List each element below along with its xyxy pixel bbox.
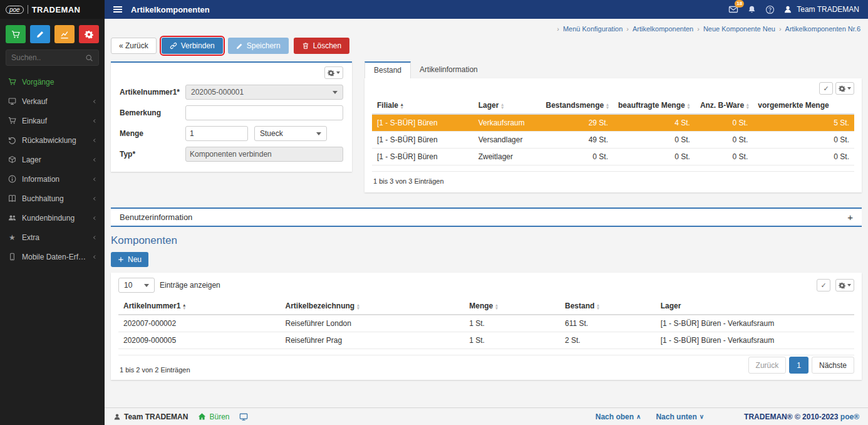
typ-label: Typ*	[120, 150, 185, 159]
mail-button[interactable]: 18	[728, 4, 738, 14]
gear-icon	[839, 85, 845, 92]
bemerkung-field[interactable]	[185, 105, 343, 120]
user-icon	[783, 5, 792, 14]
sidebar-item-verkauf[interactable]: Verkauf	[0, 92, 105, 111]
footer-user-label: Team TRADEMAN	[124, 412, 188, 421]
table-row[interactable]: 202009-000005 Reiseführer Prag 1 St. 2 S…	[118, 332, 854, 349]
sidebar-item-label: Mobile Daten-Erfassung	[22, 253, 87, 261]
pagination-next-button[interactable]: Nächste	[812, 357, 854, 374]
entries-label: Einträge anzeigen	[160, 281, 220, 290]
column-header-bestand[interactable]: Bestand▴▾	[560, 298, 656, 315]
column-header-anz-b-ware[interactable]: Anz. B-Ware▴▾	[695, 97, 753, 114]
footer-location-label: Büren	[209, 412, 229, 421]
table-row[interactable]: [1 - S-BÜR] Büren Zweitlager 0 St. 0 St.…	[372, 149, 854, 165]
chevron-left-icon	[92, 234, 97, 241]
quick-edit-button[interactable]	[30, 25, 50, 43]
back-button[interactable]: « Zurück	[111, 38, 157, 54]
chevron-down-icon	[847, 284, 851, 286]
breadcrumb-item[interactable]: Artikelkomponenten	[633, 25, 693, 33]
loeschen-button[interactable]: Löschen	[294, 38, 349, 54]
monitor-icon[interactable]	[239, 412, 248, 421]
sidebar-item-information[interactable]: Information	[0, 169, 105, 189]
table-settings-button[interactable]	[835, 279, 854, 291]
chevron-left-icon	[92, 118, 97, 124]
sidebar-item-rueckabwicklung[interactable]: Rückabwicklung	[0, 130, 105, 150]
footer-location[interactable]: Büren	[198, 412, 229, 421]
table-row[interactable]: 202007-000002 Reiseführer London 1 St. 6…	[118, 315, 854, 332]
search-input[interactable]	[6, 53, 85, 62]
chevron-down-icon	[333, 91, 338, 94]
tab-bestand[interactable]: Bestand	[364, 61, 411, 78]
notifications-button[interactable]	[747, 5, 757, 14]
breadcrumb-item[interactable]: Menü Konfiguration	[563, 25, 623, 33]
table-check-button[interactable]: ✓	[819, 82, 833, 95]
page-size-select[interactable]: 10	[118, 278, 155, 293]
quick-settings-button[interactable]	[79, 25, 99, 43]
expand-icon[interactable]: +	[847, 212, 853, 222]
chevron-up-icon: ∧	[636, 413, 641, 420]
column-header-menge[interactable]: Menge▴▾	[464, 298, 560, 315]
komponenten-card: 10 Einträge anzeigen ✓	[111, 273, 862, 380]
column-header-artikelnummer1[interactable]: Artikelnummer1▴▾	[118, 298, 281, 315]
mail-badge: 18	[735, 0, 744, 8]
sidebar-item-lager[interactable]: Lager	[0, 150, 105, 169]
breadcrumb-item-current: Artikelkomponenten Nr.6	[785, 25, 860, 33]
menge-field[interactable]	[185, 126, 248, 141]
nach-unten-link[interactable]: Nach unten∨	[656, 412, 704, 421]
speichern-button-label: Speichern	[247, 41, 281, 50]
sidebar-item-label: Einkauf	[22, 117, 87, 125]
main-area: Artikelkomponenten 18 Team TRADEMAN › Me…	[105, 0, 868, 425]
pagination-prev-button[interactable]: Zurück	[748, 357, 787, 374]
user-icon	[113, 413, 121, 421]
footer-user: Team TRADEMAN	[113, 412, 188, 421]
verbinden-button[interactable]: Verbinden	[162, 38, 223, 54]
quick-stats-button[interactable]	[54, 25, 75, 43]
topbar: Artikelkomponenten 18 Team TRADEMAN	[105, 0, 868, 19]
column-header-artikelbezeichnung[interactable]: Artikelbezeichnung▴▾	[281, 298, 465, 315]
nach-oben-link[interactable]: Nach oben∧	[596, 412, 641, 421]
einheit-select[interactable]: Stueck	[254, 126, 327, 141]
table-check-button[interactable]: ✓	[817, 279, 830, 291]
sidebar-item-mobile-daten-erfassung[interactable]: Mobile Daten-Erfassung	[0, 247, 105, 266]
search-icon[interactable]	[85, 54, 98, 62]
quick-cart-button[interactable]	[6, 25, 26, 43]
chevron-down-icon	[144, 284, 149, 287]
column-header-lager[interactable]: Lager▴▾	[473, 97, 541, 114]
speichern-button[interactable]: Speichern	[228, 38, 289, 54]
help-button[interactable]	[765, 5, 775, 14]
column-header-beauftragte-menge[interactable]: beauftragte Menge▴▾	[613, 97, 695, 114]
benutzerinformation-section[interactable]: Benutzerinformation +	[111, 207, 862, 227]
sidebar-item-extra[interactable]: ★ Extra	[0, 228, 105, 247]
column-header-bestandsmenge[interactable]: Bestandsmenge▴▾	[540, 97, 613, 114]
table-settings-button[interactable]	[835, 82, 854, 95]
einheit-value: Stueck	[260, 129, 283, 138]
komponenten-table: Artikelnummer1▴▾ Artikelbezeichnung▴▾ Me…	[118, 298, 854, 355]
column-header-filiale[interactable]: Filiale▴▾	[372, 97, 473, 114]
komponenten-title: Komponenten	[111, 234, 862, 247]
pagination-page-1[interactable]: 1	[789, 357, 809, 374]
neu-button[interactable]: Neu	[111, 252, 148, 267]
tab-artikelinformation[interactable]: Artikelinformation	[411, 61, 487, 78]
hamburger-menu-icon[interactable]	[113, 6, 122, 13]
breadcrumb-separator: ›	[557, 25, 559, 33]
undo-icon	[8, 136, 17, 144]
sidebar-item-einkauf[interactable]: Einkauf	[0, 111, 105, 130]
loeschen-button-label: Löschen	[313, 41, 341, 50]
form-settings-button[interactable]	[324, 66, 343, 79]
sidebar-item-vorgaenge[interactable]: Vorgänge	[0, 72, 105, 92]
sidebar-item-kundenbindung[interactable]: Kundenbindung	[0, 208, 105, 228]
neu-button-label: Neu	[128, 255, 142, 264]
back-button-label: « Zurück	[119, 41, 148, 50]
artikelnummer-select[interactable]: 202005-000001	[185, 85, 343, 100]
sidebar-item-buchhaltung[interactable]: Buchhaltung	[0, 189, 105, 208]
action-toolbar: « Zurück Verbinden Speichern Löschen	[111, 38, 862, 54]
user-menu[interactable]: Team TRADEMAN	[783, 5, 859, 14]
column-header-vorgemerkte-menge[interactable]: vorgemerkte Menge	[753, 97, 854, 114]
breadcrumb-item[interactable]: Neue Komponente Neu	[703, 25, 775, 33]
chart-icon	[60, 30, 69, 39]
gear-icon	[839, 282, 845, 289]
table-row-selected[interactable]: [1 - S-BÜR] Büren Verkaufsraum 29 St. 4 …	[372, 114, 854, 132]
column-header-lager[interactable]: Lager	[656, 298, 854, 315]
table-row[interactable]: [1 - S-BÜR] Büren Versandlager 49 St. 0 …	[372, 132, 854, 149]
breadcrumb-separator: ›	[697, 25, 700, 33]
